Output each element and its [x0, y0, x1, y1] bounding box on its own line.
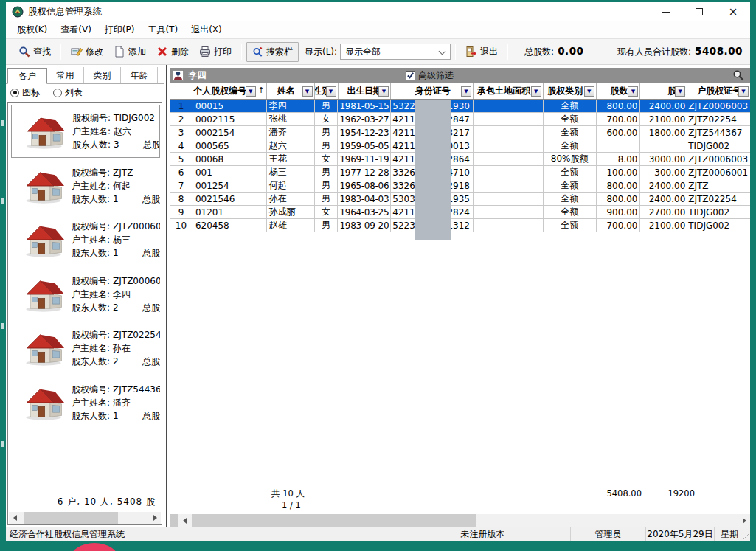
tab-category[interactable]: 类别 — [84, 67, 121, 83]
filter-arrow-icon[interactable]: ▼ — [246, 86, 256, 97]
household-item[interactable]: 股权编号:ZJTZ544367 户主姓名:潘齐 股东人数:1总股数 — [11, 376, 160, 429]
gender-cell: 男 — [315, 126, 339, 139]
filter-arrow-icon[interactable]: ▼ — [628, 86, 638, 97]
header-equity-type[interactable]: 股权类别▼ — [544, 83, 597, 99]
household-item[interactable]: 股权编号:ZJTZ0006001 户主姓名:杨三 股东人数:1总股数 — [11, 213, 160, 266]
household-item[interactable]: 股权编号:ZJTZ0006003 户主姓名:李四 股东人数:2总股数 — [11, 268, 160, 321]
filter-arrow-icon[interactable]: ▼ — [675, 86, 685, 97]
scroll-left-arrow-icon[interactable] — [178, 514, 190, 527]
share-value-cell: 3000.00 — [640, 153, 687, 165]
menu-tools[interactable]: 工具(T) — [141, 21, 184, 38]
header-land-area[interactable]: 承包土地面积▼ — [474, 83, 544, 99]
table-row[interactable]: 8 0021546 孙在 男 1983-04-03 530321935 全额 8… — [170, 193, 750, 206]
radio-icon-view[interactable]: 图标 — [10, 86, 40, 99]
minimize-button[interactable] — [648, 2, 682, 21]
menu-exit[interactable]: 退出(X) — [184, 21, 229, 38]
filter-arrow-icon[interactable]: ▼ — [326, 86, 336, 97]
find-button[interactable]: 查找 — [13, 43, 56, 61]
filter-arrow-icon[interactable]: ▼ — [302, 86, 313, 97]
equity-type-cell: 全额 — [544, 100, 597, 112]
edit-button[interactable]: 修改 — [66, 43, 108, 61]
table-row[interactable]: 3 0002154 潘齐 男 1954-12-23 421123217 全额 6… — [170, 126, 750, 139]
filter-arrow-icon[interactable]: ▼ — [584, 86, 594, 97]
sidebar-horizontal-scrollbar[interactable] — [9, 512, 161, 524]
scroll-left-arrow-icon[interactable] — [9, 512, 21, 524]
cert-cell: TIDJG002 — [687, 206, 750, 218]
toolbar-separator — [507, 44, 508, 60]
row-number: 9 — [170, 206, 193, 218]
advanced-filter[interactable]: 高级筛选 — [406, 69, 454, 82]
table-row[interactable]: 10 620458 赵雄 男 1983-09-20 522321312 全额 7… — [170, 219, 750, 232]
header-birthdate[interactable]: 出生日期▼ — [339, 83, 392, 99]
radio-list-view[interactable]: 列表 — [53, 86, 83, 99]
table-row[interactable]: 5 00068 王花 女 1969-11-19 421122864 80%股额 … — [170, 153, 750, 166]
grid-horizontal-scrollbar[interactable] — [170, 514, 750, 527]
radio-dot-icon — [53, 89, 62, 97]
cert-cell: ZJTZ02254 — [687, 193, 750, 205]
grid-page-indicator: 1 / 1 — [282, 500, 301, 510]
checkbox-checked-icon[interactable] — [406, 71, 415, 80]
tab-age[interactable]: 年龄 — [121, 67, 158, 83]
header-gender[interactable]: 性别▼ — [315, 83, 339, 99]
menu-print[interactable]: 打印(P) — [98, 21, 142, 38]
maximize-button[interactable] — [682, 2, 716, 21]
row-number: 7 — [170, 179, 193, 192]
row-number: 3 — [170, 126, 193, 139]
chevron-down-icon — [439, 48, 446, 55]
scrollbar-thumb[interactable] — [24, 512, 118, 524]
header-household-cert[interactable]: 户股权证号▼ — [687, 83, 750, 99]
equity-type-cell: 80%股额 — [544, 153, 597, 165]
total-label: 总股数 — [142, 301, 160, 314]
tab-households[interactable]: 各户 — [7, 68, 47, 84]
scroll-right-arrow-icon[interactable] — [149, 512, 161, 524]
personal-code-cell: 0002154 — [193, 126, 267, 139]
scrollbar-thumb[interactable] — [192, 514, 476, 527]
name-cell: 赵雄 — [267, 219, 315, 232]
print-button[interactable]: 打印 — [194, 43, 237, 61]
header-name[interactable]: 姓名▼ — [267, 83, 315, 99]
equity-type-cell: 全额 — [544, 179, 597, 192]
table-row[interactable]: 9 01201 孙成丽 女 1964-03-25 421122824 全额 90… — [170, 206, 750, 219]
grid-shares-total: 5408.00 — [581, 488, 642, 499]
household-item[interactable]: 股权编号:ZJTZ 户主姓名:何起 股东人数:1总股数 — [11, 159, 160, 212]
header-id-number[interactable]: 身份证号▼ — [391, 83, 474, 99]
splitter[interactable] — [164, 65, 170, 527]
grid-panel: 李四 高级筛选 个人股权编号▼↑ 姓名▼ 性别▼ 出生日期▼ 身份 — [170, 65, 750, 527]
filter-arrow-icon[interactable]: ▼ — [461, 86, 471, 97]
menu-equity[interactable]: 股权(K) — [10, 21, 54, 38]
title-bar[interactable]: 股权信息管理系统 × — [6, 2, 750, 21]
content-area: 各户 常用 类别 年龄 图标 列表 — [6, 65, 750, 527]
display-select[interactable]: 显示全部 — [340, 44, 451, 60]
filter-arrow-icon[interactable]: ▼ — [738, 86, 749, 97]
tab-common[interactable]: 常用 — [47, 67, 84, 83]
birthdate-cell: 1981-05-15 — [338, 100, 391, 112]
table-row[interactable]: 6 001 杨三 男 1977-12-28 332604710 全额 100.0… — [170, 166, 750, 179]
searchbar-toggle-button[interactable]: 搜索栏 — [246, 42, 299, 62]
delete-button[interactable]: 删除 — [151, 43, 194, 61]
searchbar-icon — [252, 46, 263, 58]
sidebar-summary: 6 户, 10 人, 5408 股 — [58, 496, 156, 508]
close-button[interactable]: × — [716, 2, 750, 21]
household-item[interactable]: 股权编号:TIDJG002 户主姓名:赵六 股东人数:3总股数 — [11, 105, 160, 158]
count-value: 3 — [114, 139, 119, 150]
table-row[interactable]: 2 0002115 张桃 女 1962-03-27 421122847 全额 7… — [170, 113, 750, 126]
scroll-right-arrow-icon[interactable] — [738, 514, 750, 527]
filter-arrow-icon[interactable]: ▼ — [378, 86, 389, 97]
menu-view[interactable]: 查看(V) — [54, 21, 98, 38]
row-number: 10 — [170, 219, 193, 232]
edit-icon — [71, 46, 83, 58]
header-share-value[interactable]: 股值▼ — [640, 83, 687, 99]
table-row[interactable]: 7 001254 何起 男 1965-08-06 332622918 全额 80… — [170, 179, 750, 193]
table-row[interactable]: 1 00015 李四 男 1981-05-15 532221930 全额 800… — [170, 100, 750, 113]
exit-button[interactable]: 退出 — [460, 43, 503, 61]
filter-arrow-icon[interactable]: ▼ — [531, 86, 541, 97]
resize-grip[interactable] — [743, 533, 749, 539]
radio-dot-icon — [10, 89, 19, 97]
header-shares[interactable]: 股数▼ — [597, 83, 641, 99]
grid-rows: 1 00015 李四 男 1981-05-15 532221930 全额 800… — [170, 100, 750, 232]
header-personal-code[interactable]: 个人股权编号▼↑ — [193, 83, 267, 99]
table-row[interactable]: 4 000565 赵六 男 1959-05-05 421120013 全额 TI… — [170, 139, 750, 153]
add-button[interactable]: 添加 — [108, 43, 151, 61]
grid-search-icon[interactable] — [732, 69, 744, 81]
household-item[interactable]: 股权编号:ZJTZ02254 户主姓名:孙在 股东人数:2总股数 — [11, 322, 160, 375]
